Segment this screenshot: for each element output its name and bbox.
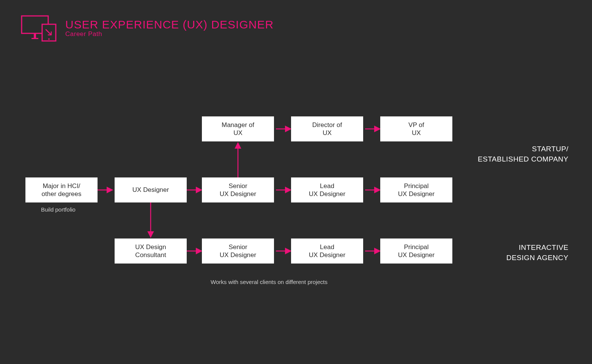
node-senior-ux-2: SeniorUX Designer bbox=[202, 238, 274, 264]
node-principal-ux: PrincipalUX Designer bbox=[380, 177, 452, 202]
node-principal-ux-2: PrincipalUX Designer bbox=[380, 238, 452, 264]
node-manager-ux: Manager ofUX bbox=[202, 116, 274, 141]
svg-point-4 bbox=[48, 38, 50, 40]
track-startup: STARTUP/ ESTABLISHED COMPANY bbox=[478, 144, 568, 164]
page-title: USER EXPERIENCE (UX) DESIGNER bbox=[65, 18, 274, 31]
track-agency-line2: DESIGN AGENCY bbox=[506, 253, 568, 263]
track-startup-line2: ESTABLISHED COMPANY bbox=[478, 154, 568, 165]
node-lead-ux-2: LeadUX Designer bbox=[291, 238, 363, 264]
node-vp-ux: VP ofUX bbox=[380, 116, 452, 141]
caption-clients: Works with several clients on different … bbox=[211, 279, 327, 285]
track-agency-line1: INTERACTIVE bbox=[506, 243, 568, 253]
node-lead-ux: LeadUX Designer bbox=[291, 177, 363, 202]
devices-icon bbox=[21, 15, 59, 43]
node-director-ux: Director ofUX bbox=[291, 116, 363, 141]
svg-rect-2 bbox=[34, 33, 36, 38]
node-ux-consultant: UX DesignConsultant bbox=[115, 238, 187, 264]
caption-portfolio: Build portfolio bbox=[41, 206, 76, 213]
node-senior-ux: SeniorUX Designer bbox=[202, 177, 274, 202]
page-subtitle: Career Path bbox=[65, 30, 274, 38]
node-ux-designer: UX Designer bbox=[115, 177, 187, 202]
node-start: Major in HCI/other degrees bbox=[25, 177, 98, 202]
svg-rect-1 bbox=[31, 38, 38, 39]
track-startup-line1: STARTUP/ bbox=[478, 144, 568, 154]
track-agency: INTERACTIVE DESIGN AGENCY bbox=[506, 243, 568, 263]
